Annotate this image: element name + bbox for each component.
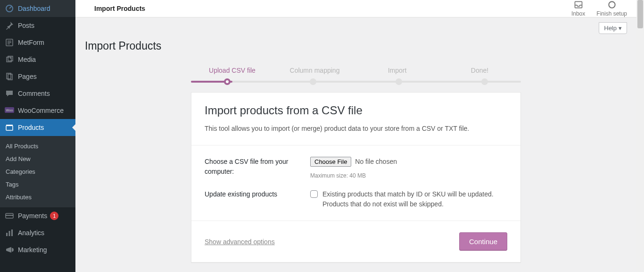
sidebar-item-analytics[interactable]: Analytics <box>0 224 75 241</box>
sidebar-item-label: WooCommerce <box>18 107 64 114</box>
vertical-scrollbar[interactable] <box>636 0 644 272</box>
sidebar-item-marketing[interactable]: Marketing <box>0 241 75 258</box>
sidebar-item-label: Comments <box>18 90 50 97</box>
inbox-icon <box>574 0 583 9</box>
sidebar-item-metform[interactable]: MetForm <box>0 34 75 51</box>
step-upload: Upload CSV file <box>191 67 273 74</box>
pages-icon <box>5 72 14 81</box>
svg-rect-12 <box>6 126 13 130</box>
page-content: Help ▾ Import Products Upload CSV file C… <box>75 17 636 272</box>
media-icon <box>5 55 14 64</box>
svg-point-20 <box>609 1 615 8</box>
svg-rect-18 <box>11 230 13 236</box>
progress-stepper: Upload CSV file Column mapping Import Do… <box>191 67 521 83</box>
stepper-dot-3 <box>396 78 402 85</box>
inbox-button[interactable]: Inbox <box>571 0 585 17</box>
svg-text:Woo: Woo <box>6 109 13 112</box>
step-mapping: Column mapping <box>273 67 356 74</box>
sidebar-item-payments[interactable]: Payments 1 <box>0 207 75 224</box>
sidebar-item-label: Analytics <box>18 229 44 237</box>
card-title: Import products from a CSV file <box>205 104 507 117</box>
products-submenu: All Products Add New Categories Tags Att… <box>0 136 75 207</box>
svg-rect-16 <box>6 233 8 236</box>
woocommerce-icon: Woo <box>5 106 14 115</box>
sidebar-item-products[interactable]: Products <box>0 119 75 136</box>
stepper-dot-2 <box>310 78 316 85</box>
admin-sidebar: Dashboard Posts MetForm Media Pages Comm… <box>0 0 75 272</box>
dashboard-icon <box>5 4 14 13</box>
help-label: Help <box>604 25 617 32</box>
submenu-categories[interactable]: Categories <box>0 165 75 178</box>
sidebar-item-posts[interactable]: Posts <box>0 17 75 34</box>
sidebar-item-label: Pages <box>18 73 37 80</box>
max-size-hint: Maximum size: 40 MB <box>310 171 507 180</box>
form-icon <box>5 38 14 47</box>
update-existing-description: Existing products that match by ID or SK… <box>322 189 507 209</box>
update-existing-checkbox[interactable] <box>310 190 318 198</box>
comment-icon <box>5 89 14 98</box>
step-done: Done! <box>438 67 521 74</box>
chevron-down-icon: ▾ <box>619 25 622 32</box>
payments-icon <box>5 211 14 221</box>
marketing-icon <box>5 245 14 255</box>
sidebar-item-woocommerce[interactable]: Woo WooCommerce <box>0 102 75 119</box>
svg-rect-17 <box>9 231 10 236</box>
pin-icon <box>5 21 14 30</box>
update-existing-label: Update existing products <box>205 189 299 209</box>
inbox-label: Inbox <box>571 10 585 17</box>
topbar-actions: Inbox Finish setup <box>571 0 627 17</box>
svg-point-7 <box>10 58 11 59</box>
chosen-file-status: No file chosen <box>355 158 397 165</box>
products-icon <box>5 123 14 132</box>
choose-file-label: Choose a CSV file from your computer: <box>205 157 299 180</box>
finish-setup-button[interactable]: Finish setup <box>596 0 627 17</box>
sidebar-item-label: MetForm <box>18 39 44 46</box>
page-title: Import Products <box>85 40 627 52</box>
submenu-attributes[interactable]: Attributes <box>0 191 75 204</box>
sidebar-item-label: Payments <box>18 212 47 220</box>
submenu-add-new[interactable]: Add New <box>0 153 75 165</box>
svg-rect-13 <box>6 125 13 126</box>
finish-setup-icon <box>607 0 617 9</box>
sidebar-item-label: Dashboard <box>18 5 50 12</box>
finish-setup-label: Finish setup <box>596 10 627 17</box>
choose-file-button[interactable]: Choose File <box>310 157 351 167</box>
analytics-icon <box>5 228 14 238</box>
stepper-dot-1 <box>224 78 231 85</box>
continue-button[interactable]: Continue <box>459 232 507 251</box>
topbar: Import Products Inbox Finish setup <box>75 0 636 17</box>
help-tab[interactable]: Help ▾ <box>599 22 627 34</box>
sidebar-item-label: Marketing <box>18 246 47 254</box>
show-advanced-link[interactable]: Show advanced options <box>205 238 275 246</box>
sidebar-item-label: Products <box>18 124 44 131</box>
sidebar-item-dashboard[interactable]: Dashboard <box>0 0 75 17</box>
step-import: Import <box>356 67 438 74</box>
sidebar-item-media[interactable]: Media <box>0 51 75 68</box>
payments-badge: 1 <box>50 212 58 220</box>
sidebar-item-comments[interactable]: Comments <box>0 85 75 102</box>
sidebar-item-label: Posts <box>18 22 34 29</box>
topbar-title: Import Products <box>94 5 145 12</box>
sidebar-item-pages[interactable]: Pages <box>0 68 75 85</box>
svg-rect-15 <box>6 215 13 216</box>
card-description: This tool allows you to import (or merge… <box>205 124 507 134</box>
main-content: Import Products Inbox Finish setup Help … <box>75 0 636 272</box>
stepper-dot-4 <box>481 78 488 85</box>
import-card: Import products from a CSV file This too… <box>191 92 521 263</box>
submenu-all-products[interactable]: All Products <box>0 140 75 153</box>
sidebar-item-label: Media <box>18 56 36 63</box>
submenu-tags[interactable]: Tags <box>0 178 75 191</box>
